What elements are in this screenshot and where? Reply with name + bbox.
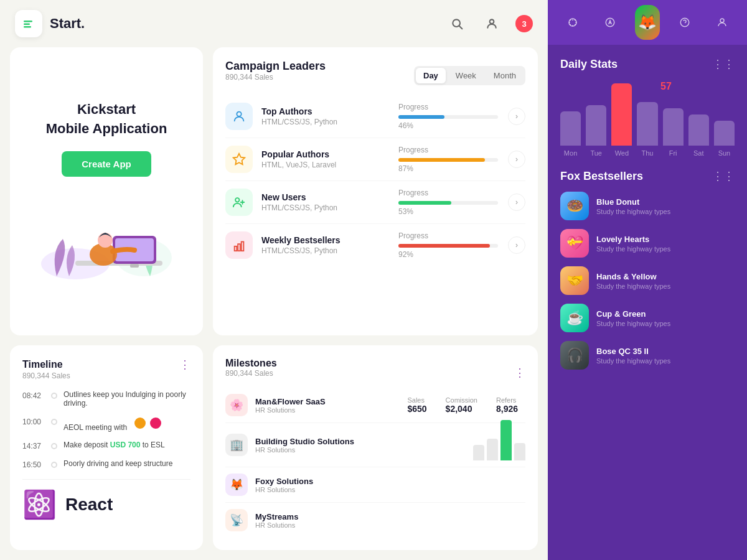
create-app-button[interactable]: Create App xyxy=(62,151,151,177)
top-authors-name: Top Authors xyxy=(261,106,398,116)
fox-bestsellers-header: Fox Bestsellers ⋮⋮ xyxy=(560,169,735,183)
notification-badge[interactable]: 3 xyxy=(515,15,533,32)
milestone-row: 🏢 Building Studio Solutions HR Solutions xyxy=(225,423,525,467)
milestone-stats-1: Sales $650 Comission $2,040 Refers 8,926 xyxy=(407,396,518,414)
product-item-lovely-hearts: 💝 Lovely Hearts Study the highway types xyxy=(560,229,735,258)
svg-rect-17 xyxy=(235,246,237,251)
fox-bestsellers-more[interactable]: ⋮⋮ xyxy=(712,169,735,183)
sidebar-icon-a[interactable] xyxy=(598,10,622,35)
milestone-info-4: MyStreams HR Solutions xyxy=(255,512,525,529)
top-authors-progress: Progress 46% xyxy=(398,103,498,130)
new-users-chevron[interactable]: › xyxy=(508,194,525,211)
tab-month[interactable]: Month xyxy=(486,68,524,83)
svg-marker-15 xyxy=(233,154,245,164)
top-authors-chevron[interactable]: › xyxy=(508,108,525,125)
logo-text: Start. xyxy=(50,16,85,32)
tab-group: Day Week Month xyxy=(414,66,525,85)
campaign-title-group: Campaign Leaders 890,344 Sales xyxy=(225,60,326,91)
milestone-icon-4: 📡 xyxy=(225,509,248,531)
blue-donut-img: 🍩 xyxy=(560,192,589,220)
milestone-mini-chart xyxy=(473,429,525,460)
new-users-progress: Progress 53% xyxy=(398,189,498,216)
product-item-cup-green: ☕ Cup & Green Study the highway types xyxy=(560,304,735,332)
timeline-item: 08:42 Outlines keep you Indulging in poo… xyxy=(22,390,190,408)
svg-rect-19 xyxy=(242,242,244,251)
campaign-row: Top Authors HTML/CSS/JS, Python Progress… xyxy=(225,95,525,138)
milestone-row: 📡 MyStreams HR Solutions xyxy=(225,503,525,538)
header-right: 3 xyxy=(446,12,533,35)
weekly-bestsellers-icon xyxy=(225,231,253,259)
user-icon[interactable] xyxy=(481,12,503,35)
sidebar-icon-fox-app[interactable]: 🦊 xyxy=(635,10,660,35)
timeline-more[interactable]: ⋮ xyxy=(179,358,190,371)
svg-rect-2 xyxy=(24,26,31,28)
milestones-header: Milestones 890,344 Sales ⋮ xyxy=(225,358,525,388)
svg-point-5 xyxy=(490,19,494,24)
campaign-subtitle: 890,344 Sales xyxy=(225,73,326,82)
timeline-item: 14:37 Make deposit USD 700 to ESL xyxy=(22,441,190,450)
fox-bestsellers-title: Fox Bestsellers xyxy=(560,170,643,183)
popular-authors-name: Popular Authors xyxy=(261,149,398,159)
svg-line-4 xyxy=(459,26,463,29)
campaign-title: Campaign Leaders xyxy=(225,60,326,73)
svg-rect-1 xyxy=(24,24,30,26)
bar-wed: Wed xyxy=(611,83,632,157)
new-users-icon xyxy=(225,189,253,216)
fox-bestsellers-section: Fox Bestsellers ⋮⋮ 🍩 Blue Donut Study th… xyxy=(548,169,747,391)
weekly-bestsellers-chevron[interactable]: › xyxy=(508,236,525,254)
sidebar-icon-lightbulb[interactable] xyxy=(560,10,585,35)
milestones-title: Milestones xyxy=(225,358,277,369)
hands-yellow-img: 🤝 xyxy=(560,266,589,295)
bar-tue: Tue xyxy=(586,105,606,157)
sidebar-top-icons: 🦊 xyxy=(548,0,747,45)
tab-week[interactable]: Week xyxy=(448,68,484,83)
weekly-bestsellers-progress: Progress 92% xyxy=(398,231,498,259)
product-item-bose: 🎧 Bose QC 35 II Study the highway types xyxy=(560,341,735,370)
cup-green-img: ☕ xyxy=(560,304,589,332)
bar-mon: Mon xyxy=(560,111,581,157)
weekly-bestsellers-name: Weekly Bestsellers xyxy=(261,235,398,245)
milestone-icon-1: 🌸 xyxy=(225,394,248,416)
svg-point-16 xyxy=(235,198,239,202)
top-grid: Kickstart Mobile Application Create App xyxy=(0,47,548,345)
daily-stats-title: Daily Stats xyxy=(560,58,618,71)
logo-icon xyxy=(15,10,42,37)
sidebar-icon-user[interactable] xyxy=(710,10,735,35)
top-authors-tags: HTML/CSS/JS, Python xyxy=(261,118,398,126)
daily-stats-more[interactable]: ⋮⋮ xyxy=(712,57,735,71)
milestones-more[interactable]: ⋮ xyxy=(514,366,525,380)
react-atom-icon: ⚛️ xyxy=(22,488,57,521)
svg-point-23 xyxy=(720,19,724,22)
tab-day[interactable]: Day xyxy=(416,68,446,83)
header-left: Start. xyxy=(15,10,85,37)
milestone-icon-3: 🦊 xyxy=(225,474,248,496)
lovely-hearts-img: 💝 xyxy=(560,229,589,258)
new-users-bar xyxy=(398,201,451,205)
svg-rect-0 xyxy=(24,21,32,22)
product-info-cup-green: Cup & Green Study the highway types xyxy=(596,309,670,327)
campaign-row: Weekly Bestsellers HTML/CSS/JS, Python P… xyxy=(225,224,525,266)
search-icon[interactable] xyxy=(446,12,468,35)
popular-authors-chevron[interactable]: › xyxy=(508,151,525,168)
popular-authors-progress: Progress 87% xyxy=(398,146,498,173)
milestone-info-3: Foxy Solutions HR Solutions xyxy=(255,477,525,493)
bar-sun: Sun xyxy=(714,121,735,157)
bar-thu: Thu xyxy=(637,102,657,157)
product-item-blue-donut: 🍩 Blue Donut Study the highway types xyxy=(560,192,735,220)
top-authors-bar xyxy=(398,115,444,119)
bar-fri: Fri xyxy=(663,108,684,157)
daily-stats-section: Daily Stats ⋮⋮ 57 Mon Tue Wed xyxy=(548,45,747,169)
popular-authors-tags: HTML, VueJS, Laravel xyxy=(261,161,398,169)
product-info-bose: Bose QC 35 II Study the highway types xyxy=(596,347,670,365)
react-label: React xyxy=(65,495,113,515)
sidebar-icon-help[interactable] xyxy=(672,10,697,35)
new-users-info: New Users HTML/CSS/JS, Python xyxy=(261,192,398,212)
campaign-card: Campaign Leaders 890,344 Sales Day Week … xyxy=(213,47,538,335)
bar-sat: Sat xyxy=(688,114,709,157)
product-info-blue-donut: Blue Donut Study the highway types xyxy=(596,197,670,215)
weekly-bestsellers-tags: HTML/CSS/JS, Python xyxy=(261,246,398,255)
svg-rect-11 xyxy=(130,264,139,268)
svg-rect-18 xyxy=(238,244,240,251)
fox-app-icon: 🦊 xyxy=(635,5,660,40)
kickstart-illustration xyxy=(38,189,175,282)
